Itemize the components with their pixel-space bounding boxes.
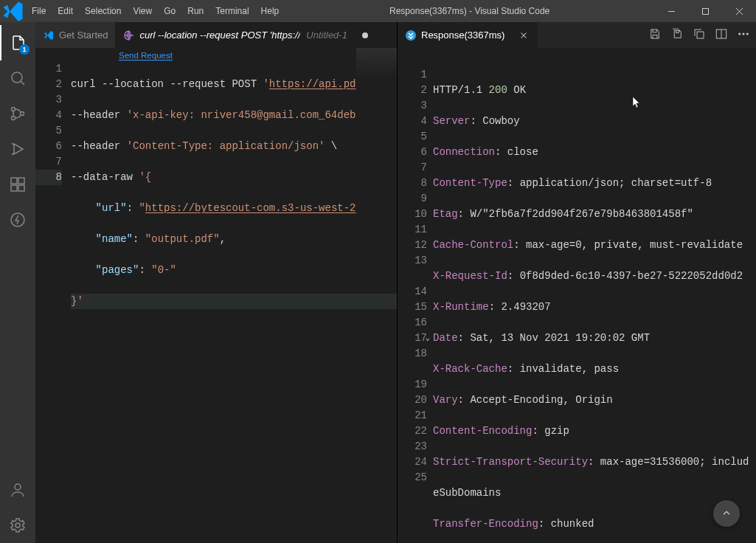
explorer-badge: 1 (19, 44, 30, 55)
gutter-right: 1 2 3 4 5 6 7 8 9 10 11 12 13 14 15 16 (398, 67, 433, 543)
tabs-left: Get Started curl --location --request PO… (35, 22, 397, 48)
minimap[interactable] (356, 48, 397, 77)
vscode-icon (43, 30, 55, 41)
activity-settings[interactable] (0, 508, 35, 543)
svg-rect-11 (11, 185, 17, 191)
minimize-button[interactable] (654, 0, 688, 22)
menu-go[interactable]: Go (158, 0, 181, 22)
menu-help[interactable]: Help (255, 0, 285, 22)
window-title: Response(3367ms) - Visual Studio Code (285, 6, 654, 16)
tab-curl-request[interactable]: curl --location --request POST 'https://… (116, 22, 397, 48)
response-icon (405, 30, 417, 41)
titlebar: File Edit Selection View Go Run Terminal… (0, 0, 756, 22)
split-editor-icon[interactable] (715, 27, 728, 43)
maximize-button[interactable] (688, 0, 722, 22)
menu-run[interactable]: Run (181, 0, 209, 22)
svg-point-7 (12, 117, 15, 120)
tab-dirty-icon[interactable] (362, 32, 368, 38)
activity-scm[interactable] (0, 96, 35, 131)
editor-left[interactable]: 1 2 3 4 5 6 7 8 curl --location --reques… (35, 61, 397, 543)
svg-rect-13 (18, 178, 24, 184)
tab-get-started[interactable]: Get Started (35, 22, 116, 48)
svg-point-24 (743, 33, 744, 35)
menu-edit[interactable]: Edit (52, 0, 79, 22)
svg-point-4 (12, 72, 22, 83)
menu-terminal[interactable]: Terminal (209, 0, 254, 22)
vscode-logo-icon (0, 0, 26, 24)
menu-selection[interactable]: Selection (79, 0, 127, 22)
tab-label: curl --location --request POST 'https:// (139, 30, 300, 41)
close-button[interactable] (722, 0, 756, 22)
window-controls (654, 0, 756, 22)
activity-accounts[interactable] (0, 472, 35, 508)
activity-run-debug[interactable] (0, 131, 35, 167)
activity-search[interactable] (0, 60, 35, 96)
svg-point-25 (746, 33, 748, 35)
copy-icon[interactable] (693, 27, 706, 43)
tab-label: Response(3367ms) (421, 30, 504, 41)
svg-marker-9 (14, 144, 23, 154)
menu-file[interactable]: File (26, 0, 52, 22)
editor-group-left: Get Started curl --location --request PO… (35, 22, 397, 543)
tab-response[interactable]: Response(3367ms) (398, 22, 538, 48)
editor-actions (642, 22, 756, 48)
workbench: 1 Get Started curl --location -- (0, 22, 756, 543)
tab-close-icon[interactable] (518, 30, 530, 41)
activity-extensions[interactable] (0, 167, 35, 202)
tabs-right: Response(3367ms) (398, 22, 756, 48)
scroll-to-top-button[interactable] (713, 500, 740, 527)
editor-group-right: Response(3367ms) 1 2 3 4 (397, 22, 756, 543)
save-icon[interactable] (648, 27, 662, 43)
editor-content-left[interactable]: curl --location --request POST 'https://… (71, 61, 397, 543)
menubar: File Edit Selection View Go Run Terminal… (26, 0, 285, 22)
svg-rect-20 (697, 32, 704, 38)
http-icon (123, 30, 135, 41)
fold-icon[interactable]: ⌄ (425, 331, 430, 346)
activitybar: 1 (0, 22, 35, 543)
save-all-icon[interactable] (670, 27, 684, 43)
menu-view[interactable]: View (127, 0, 158, 22)
activity-thunder[interactable] (0, 202, 35, 238)
svg-line-5 (21, 81, 24, 85)
svg-point-15 (15, 484, 21, 490)
svg-rect-10 (11, 178, 17, 184)
activity-explorer[interactable]: 1 (0, 25, 35, 60)
editor-region: Get Started curl --location --request PO… (35, 22, 756, 543)
codelens-send-request[interactable]: Send Request (35, 48, 397, 61)
editor-content-right[interactable]: HTTP/1.1 200 OK Server: Cowboy Connectio… (433, 67, 756, 543)
svg-rect-1 (702, 8, 708, 14)
svg-point-8 (21, 112, 24, 116)
svg-point-23 (739, 33, 741, 35)
editor-right[interactable]: 1 2 3 4 5 6 7 8 9 10 11 12 13 14 15 16 (398, 67, 756, 543)
svg-point-16 (15, 523, 20, 528)
gutter-left: 1 2 3 4 5 6 7 8 (35, 61, 71, 543)
svg-point-6 (12, 108, 15, 111)
svg-rect-12 (18, 185, 24, 191)
tab-desc: Untitled-1 (306, 30, 347, 41)
more-icon[interactable] (737, 27, 750, 43)
tab-label: Get Started (59, 30, 108, 41)
svg-point-14 (11, 213, 24, 226)
